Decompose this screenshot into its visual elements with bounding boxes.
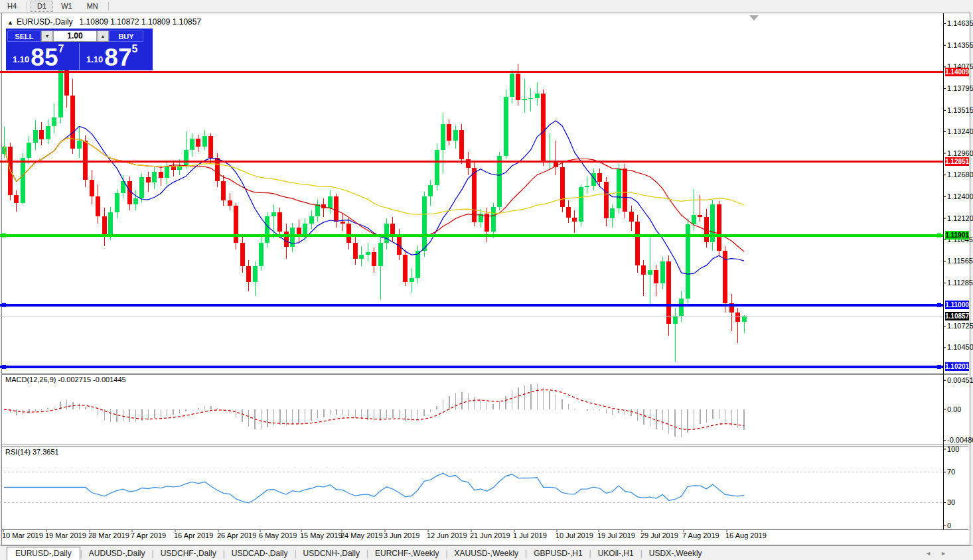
price-tick-label: 1.11285: [947, 279, 973, 287]
date-label: 10 Jul 2019: [556, 531, 593, 539]
price-tick-label: 1.14635: [947, 19, 973, 27]
chart-canvas[interactable]: [0, 0, 973, 560]
macd-axis-label: 0.00: [947, 405, 961, 413]
volume-increase-button[interactable]: ▲: [97, 31, 109, 42]
price-tick-label: 1.11565: [947, 257, 973, 265]
date-label: 24 May 2019: [340, 531, 383, 539]
date-label: 10 Mar 2019: [2, 531, 43, 539]
rsi-axis-label: 100: [947, 445, 959, 453]
buy-price-pip: 5: [131, 43, 137, 55]
sell-button[interactable]: SELL: [7, 31, 41, 42]
date-label: 6 May 2019: [259, 531, 297, 539]
level-price-badge: 1.10201: [945, 362, 969, 371]
sell-price-prefix: 1.10: [13, 54, 29, 64]
sell-price-main: 85: [31, 48, 58, 68]
volume-decrease-button[interactable]: ▼: [41, 31, 53, 42]
rsi-indicator-label: RSI(14) 37.3651: [5, 448, 59, 456]
price-tick-label: 1.12120: [947, 214, 973, 222]
date-label: 1 Jul 2019: [513, 531, 547, 539]
sell-price-display[interactable]: 1.10 85 7: [6, 43, 80, 70]
sell-price-pip: 7: [58, 43, 64, 55]
date-label: 19 Mar 2019: [45, 531, 86, 539]
date-label: 7 Aug 2019: [682, 531, 719, 539]
price-tick-label: 1.13240: [947, 127, 973, 135]
date-label: 19 Jul 2019: [597, 531, 635, 539]
buy-price-prefix: 1.10: [86, 54, 103, 64]
chart-ohlc-values: 1.10809 1.10872 1.10809 1.10857: [80, 17, 202, 27]
autoscroll-anchor-icon[interactable]: [749, 15, 759, 21]
collapse-triangle-icon[interactable]: ▲: [7, 19, 13, 26]
date-label: 7 Apr 2019: [131, 531, 166, 539]
price-tick-label: 1.13795: [947, 84, 973, 92]
date-label: 29 Jul 2019: [640, 531, 678, 539]
level-price-badge: 1.11901: [945, 231, 969, 240]
date-label: 16 Apr 2019: [174, 531, 213, 539]
price-tick-label: 1.12400: [947, 192, 973, 200]
rsi-axis-label: 30: [947, 498, 955, 506]
level-price-badge: 1.11000: [945, 301, 969, 309]
chart-title: ▲EURUSD-,Daily1.10809 1.10872 1.10809 1.…: [7, 17, 201, 27]
date-label: 15 May 2019: [300, 531, 342, 539]
rsi-axis-label: 0: [947, 522, 951, 529]
buy-price-display[interactable]: 1.10 87 5: [80, 43, 153, 70]
rsi-axis-label: 70: [947, 468, 955, 476]
price-tick-label: 1.10725: [947, 322, 973, 330]
one-click-trading-panel: SELL ▼ 1.00 ▲ BUY 1.10 85 7 1.10 87 5: [6, 29, 153, 70]
level-price-badge: 1.14009: [945, 68, 969, 76]
chart-symbol-label: EURUSD-,Daily: [17, 17, 73, 27]
buy-price-main: 87: [104, 48, 131, 68]
price-tick-label: 1.12680: [947, 171, 973, 178]
macd-axis-label: -0.004806: [947, 436, 973, 444]
buy-button[interactable]: BUY: [109, 31, 143, 42]
price-tick-label: 1.13515: [947, 106, 973, 114]
date-label: 28 Mar 2019: [88, 531, 129, 539]
level-price-badge: 1.12851: [945, 157, 969, 166]
macd-axis-label: 0.004517: [947, 376, 973, 384]
date-label: 21 Jun 2019: [470, 531, 510, 539]
volume-input[interactable]: 1.00: [53, 31, 97, 42]
date-label: 3 Jun 2019: [384, 531, 419, 539]
macd-indicator-label: MACD(12,26,9) -0.002715 -0.001445: [5, 376, 126, 384]
date-label: 16 Aug 2019: [725, 531, 767, 539]
current-price-badge: 1.10857: [945, 312, 969, 320]
price-tick-label: 1.10450: [947, 343, 973, 351]
date-label: 26 Apr 2019: [217, 531, 256, 539]
date-label: 12 Jun 2019: [427, 531, 467, 539]
price-tick-label: 1.12960: [947, 149, 973, 157]
trading-terminal-window: H4 D1 W1 MN ▲EURUSD-,Daily1.10809 1.1087…: [0, 0, 973, 560]
price-tick-label: 1.14355: [947, 41, 973, 49]
